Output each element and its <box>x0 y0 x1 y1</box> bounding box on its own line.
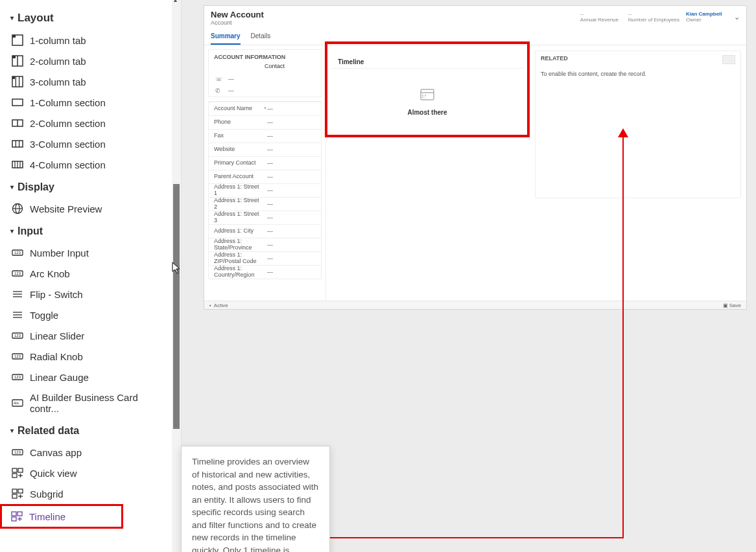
svg-text:Abc: Abc <box>14 401 19 405</box>
timeline-title: Timeline <box>331 44 523 69</box>
quick-view-icon <box>12 467 23 479</box>
field-row[interactable]: Primary Contact--- <box>209 156 321 170</box>
field-row[interactable]: Fax--- <box>209 129 321 143</box>
svg-rect-47 <box>12 489 17 493</box>
svg-rect-49 <box>12 494 17 498</box>
canvas-app-icon: 123 <box>12 446 23 458</box>
form-timeline-column: Timeline Almost there <box>326 45 530 303</box>
tab-column-3-icon <box>12 76 23 87</box>
tab-details[interactable]: Details <box>251 30 271 45</box>
item-subgrid[interactable]: Subgrid <box>9 483 172 504</box>
field-row[interactable]: Address 1: Street 1--- <box>209 183 321 197</box>
annotation-line <box>622 133 624 538</box>
group-title-layout: Layout <box>18 12 54 25</box>
field-row[interactable]: Address 1: ZIP/Postal Code--- <box>209 251 321 265</box>
field-row[interactable]: Address 1: Street 3--- <box>209 211 321 224</box>
item-canvas-app[interactable]: 123 Canvas app <box>9 442 172 463</box>
tooltip-timeline: Timeline provides an overview of histori… <box>181 446 330 552</box>
svg-rect-12 <box>12 141 23 147</box>
globe-icon <box>12 203 23 214</box>
subgrid-icon <box>12 488 23 500</box>
contact-row: ✆ --- <box>209 85 321 97</box>
field-row[interactable]: Address 1: Country/Region--- <box>209 265 321 279</box>
item-2-column-section[interactable]: 2-Column section <box>9 113 172 133</box>
section-3-icon <box>12 138 23 150</box>
item-timeline[interactable]: Timeline <box>8 506 121 527</box>
svg-rect-42 <box>12 468 17 472</box>
group-header-layout[interactable]: ▾ Layout <box>9 5 172 30</box>
radial-knob-icon: 123 <box>12 351 23 362</box>
number-input-icon: 123 <box>12 247 23 259</box>
svg-text:123: 123 <box>14 354 21 358</box>
toggle-icon <box>12 309 23 321</box>
chevron-down-icon[interactable]: ⌄ <box>734 13 740 21</box>
item-radial-knob[interactable]: 123 Radial Knob <box>9 346 172 367</box>
section-title-account-info: ACCOUNT INFORMATION <box>209 50 321 62</box>
svg-text:123: 123 <box>14 375 21 379</box>
svg-rect-8 <box>12 76 15 79</box>
svg-rect-43 <box>18 468 23 472</box>
item-toggle[interactable]: Toggle <box>9 305 172 325</box>
group-title-input: Input <box>18 225 43 237</box>
item-1-column-tab[interactable]: 1-column tab <box>9 30 172 51</box>
field-row[interactable]: Address 1: State/Province--- <box>209 238 321 251</box>
field-row[interactable]: Address 1: Street 2--- <box>209 197 321 211</box>
footer-save[interactable]: Save <box>729 303 741 308</box>
item-2-column-tab[interactable]: 2-column tab <box>9 51 172 71</box>
footer-status: Active <box>214 303 228 308</box>
form-left-column: ACCOUNT INFORMATION Contact ☏ --- ✆ --- … <box>204 45 326 303</box>
timeline-icon <box>11 511 23 522</box>
svg-rect-48 <box>18 489 23 493</box>
item-3-column-tab[interactable]: 3-column tab <box>9 71 172 92</box>
group-title-related: Related data <box>18 425 79 437</box>
svg-rect-57 <box>421 89 434 100</box>
group-header-related[interactable]: ▾ Related data <box>9 419 172 442</box>
item-flip-switch[interactable]: Flip - Switch <box>9 284 172 305</box>
item-linear-slider[interactable]: 123 Linear Slider <box>9 325 172 346</box>
svg-text:123: 123 <box>14 334 21 338</box>
chevron-down-icon: ▾ <box>10 427 14 434</box>
chevron-down-icon: ▾ <box>10 14 14 21</box>
scrollbar-thumb[interactable] <box>173 184 180 429</box>
item-number-input[interactable]: 123 Number Input <box>9 242 172 263</box>
item-website-preview[interactable]: Website Preview <box>9 198 172 219</box>
tab-column-1-icon <box>12 34 23 46</box>
chevron-down-icon: ▾ <box>10 183 14 190</box>
field-row[interactable]: Address 1: City--- <box>209 224 321 238</box>
sidebar-scrollbar[interactable]: ▴ <box>172 0 181 552</box>
tab-summary[interactable]: Summary <box>211 30 241 45</box>
item-linear-gauge[interactable]: 123 Linear Gauge <box>9 367 172 387</box>
field-row[interactable]: Parent Account--- <box>209 170 321 183</box>
item-arc-knob[interactable]: 123 Arc Knob <box>9 263 172 284</box>
svg-rect-53 <box>18 512 22 516</box>
item-4-column-section[interactable]: 4-Column section <box>9 154 172 175</box>
field-row[interactable]: Phone--- <box>209 115 321 129</box>
item-3-column-section[interactable]: 3-Column section <box>9 133 172 154</box>
svg-rect-1 <box>12 35 16 38</box>
form-preview-window: New Account Account --Annual Revenue --N… <box>204 5 747 310</box>
tab-column-2-icon <box>12 55 23 67</box>
item-1-column-section[interactable]: 1-Column section <box>9 92 172 113</box>
timeline-component[interactable]: Timeline Almost there <box>325 41 530 137</box>
group-header-input[interactable]: ▾ Input <box>9 219 172 242</box>
related-title: RELATED <box>541 55 735 64</box>
component-sidebar: ▾ Layout 1-column tab 2-column tab 3-col… <box>0 0 182 552</box>
group-header-display[interactable]: ▾ Display <box>9 175 172 198</box>
scrollbar-up-icon[interactable]: ▴ <box>174 0 177 3</box>
form-related-column: RELATED To enable this content, create t… <box>530 45 746 303</box>
field-row[interactable]: Website--- <box>209 143 321 156</box>
section-4-icon <box>12 159 23 170</box>
save-icon[interactable]: ▣ <box>723 303 729 308</box>
phone-icon: ☏ <box>215 76 222 82</box>
item-quick-view[interactable]: Quick view <box>9 463 172 483</box>
timeline-message: Almost there <box>407 109 447 116</box>
item-ai-builder-card[interactable]: Abc AI Builder Business Card contr... <box>9 387 172 419</box>
preview-header-metrics: --Annual Revenue --Number of Employees K… <box>580 11 740 23</box>
contact-title: Contact <box>209 62 321 73</box>
svg-rect-44 <box>12 474 17 477</box>
svg-rect-52 <box>12 512 16 516</box>
field-row[interactable]: Account Name*--- <box>209 102 321 115</box>
card-icon: Abc <box>12 397 23 409</box>
switch-icon <box>12 288 23 300</box>
more-icon[interactable] <box>722 55 735 64</box>
